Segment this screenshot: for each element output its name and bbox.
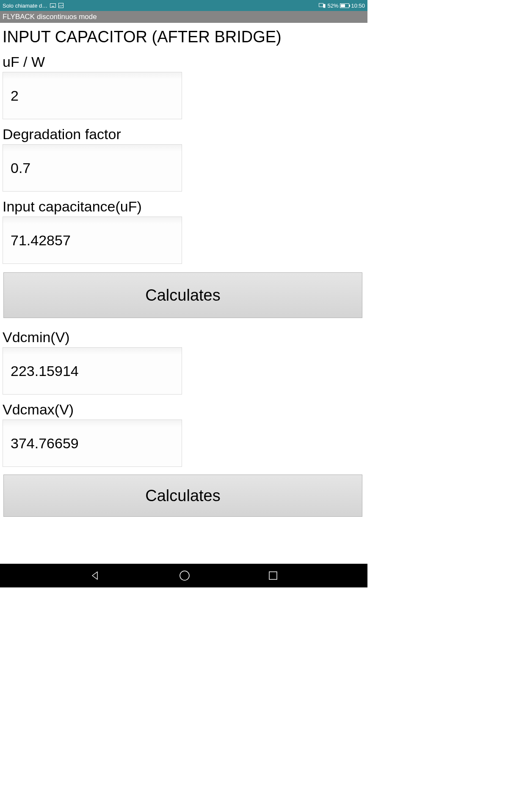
vdcmin-label: Vdcmin(V) bbox=[3, 329, 365, 346]
vdcmax-label: Vdcmax(V) bbox=[3, 401, 365, 418]
svg-rect-0 bbox=[50, 4, 56, 8]
calculate-button-1[interactable]: Calculates bbox=[3, 272, 362, 318]
battery-percent-text: 52% bbox=[327, 3, 338, 9]
devices-icon bbox=[319, 3, 326, 8]
vdcmin-input[interactable] bbox=[3, 347, 182, 395]
page-title: INPUT CAPACITOR (AFTER BRIDGE) bbox=[3, 28, 365, 46]
image-icon bbox=[58, 3, 64, 8]
svg-rect-9 bbox=[269, 572, 277, 579]
app-header: FLYBACK discontinuos mode bbox=[0, 11, 367, 23]
svg-point-8 bbox=[180, 571, 189, 580]
battery-icon bbox=[340, 3, 349, 8]
status-bar: Solo chiamate d… 52% bbox=[0, 0, 367, 11]
status-time: 10:50 bbox=[351, 3, 365, 9]
input-capacitance-label: Input capacitance(uF) bbox=[3, 198, 365, 215]
svg-rect-7 bbox=[323, 4, 325, 8]
app-header-title: FLYBACK discontinuos mode bbox=[3, 13, 97, 21]
recent-apps-icon[interactable] bbox=[268, 571, 278, 580]
home-icon[interactable] bbox=[179, 570, 190, 582]
vdcmax-input[interactable] bbox=[3, 420, 182, 467]
calculate-button-2[interactable]: Calculates bbox=[3, 475, 362, 517]
navigation-bar bbox=[0, 564, 367, 587]
degradation-label: Degradation factor bbox=[3, 126, 365, 143]
degradation-input[interactable] bbox=[3, 144, 182, 192]
keyboard-icon bbox=[50, 3, 56, 8]
back-icon[interactable] bbox=[90, 570, 101, 581]
input-capacitance-input[interactable] bbox=[3, 217, 182, 264]
svg-rect-6 bbox=[319, 3, 323, 7]
content-area: INPUT CAPACITOR (AFTER BRIDGE) uF / W De… bbox=[0, 23, 367, 564]
status-bar-right: 52% 10:50 bbox=[319, 3, 365, 9]
uf-per-w-label: uF / W bbox=[3, 54, 365, 70]
uf-per-w-input[interactable] bbox=[3, 72, 182, 119]
status-network-text: Solo chiamate d… bbox=[3, 3, 47, 9]
status-bar-left: Solo chiamate d… bbox=[3, 3, 64, 9]
